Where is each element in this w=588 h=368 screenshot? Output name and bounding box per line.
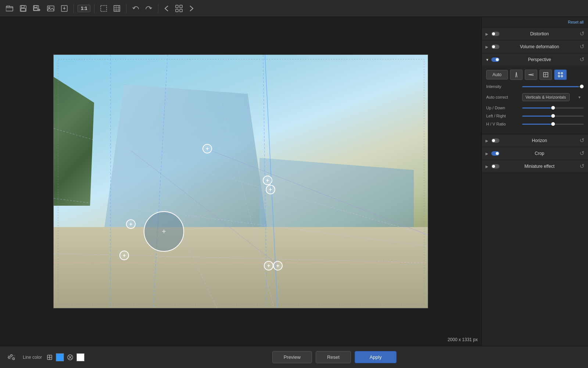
control-point-bottom-right2[interactable] xyxy=(273,261,283,270)
perspective-reset-btn[interactable]: ↺ xyxy=(580,57,584,63)
section-volume: ▶ Volume deformation ↺ xyxy=(482,40,588,53)
undo-btn[interactable] xyxy=(130,4,141,13)
svg-point-41 xyxy=(11,354,12,356)
intensity-slider[interactable] xyxy=(522,86,584,87)
left-right-label: Left / Right xyxy=(486,114,519,118)
save-as-btn[interactable] xyxy=(31,4,43,13)
color-swatch-blue[interactable] xyxy=(56,353,64,361)
open-folder-btn[interactable] xyxy=(4,4,15,13)
autocorrect-row: Auto correct Verticals & Horizontals Non… xyxy=(486,93,584,101)
hv-ratio-slider[interactable] xyxy=(522,124,584,125)
up-down-slider[interactable] xyxy=(522,107,584,109)
up-down-row: Up / Down xyxy=(486,106,584,110)
save-btn[interactable] xyxy=(18,4,29,13)
distortion-toggle-icon: ▶ xyxy=(485,32,489,36)
control-point-left-lower[interactable] xyxy=(119,251,129,260)
volume-toggle-icon: ▶ xyxy=(485,45,489,49)
hv-ratio-row: H / V Ratio xyxy=(486,122,584,126)
redo-btn[interactable] xyxy=(143,4,154,13)
image-btn[interactable] xyxy=(45,4,57,13)
left-right-thumb[interactable] xyxy=(551,114,555,118)
section-perspective: ▼ Perspective ↺ Auto xyxy=(482,53,588,134)
volume-title: Volume deformation xyxy=(502,44,577,49)
autocorrect-select-wrapper[interactable]: Verticals & Horizontals None Verticals H… xyxy=(522,93,584,101)
section-perspective-header[interactable]: ▼ Perspective ↺ xyxy=(482,53,588,66)
modules-btn[interactable] xyxy=(173,3,185,14)
section-crop: ▶ Crop ↺ xyxy=(482,147,588,160)
mode-freeform-btn[interactable] xyxy=(554,70,567,80)
mode-verticals-btn[interactable] xyxy=(510,70,523,80)
control-point-top-center[interactable] xyxy=(202,144,212,153)
miniature-reset-btn[interactable]: ↺ xyxy=(580,163,584,169)
export-btn[interactable] xyxy=(59,4,70,13)
adjust-icon[interactable] xyxy=(7,353,15,361)
svg-rect-3 xyxy=(21,8,25,11)
mode-horizontals-btn[interactable] xyxy=(525,70,537,80)
perspective-content: Auto xyxy=(482,66,588,134)
hv-ratio-thumb[interactable] xyxy=(551,122,555,126)
distortion-reset-btn[interactable]: ↺ xyxy=(580,31,584,37)
section-distortion-header[interactable]: ▶ Distortion ↺ xyxy=(482,28,588,40)
crop-reset-btn[interactable]: ↺ xyxy=(580,151,584,156)
control-point-mid-right[interactable] xyxy=(263,176,272,185)
left-right-slider[interactable] xyxy=(522,116,584,117)
left-right-row: Left / Right xyxy=(486,114,584,118)
right-panel: Reset all ▶ Distortion ↺ ▶ Volume deform… xyxy=(481,17,588,346)
forward-btn[interactable] xyxy=(187,4,196,13)
intensity-fill xyxy=(522,86,579,87)
section-horizon: ▶ Horizon ↺ xyxy=(482,134,588,147)
reset-btn[interactable]: Reset xyxy=(316,351,351,363)
preview-btn[interactable]: Preview xyxy=(272,351,312,363)
section-crop-header[interactable]: ▶ Crop ↺ xyxy=(482,147,588,160)
section-distortion: ▶ Distortion ↺ xyxy=(482,28,588,40)
svg-point-39 xyxy=(561,75,563,77)
crop-visibility-toggle[interactable] xyxy=(491,151,499,156)
section-miniature: ▶ Miniature effect ↺ xyxy=(482,160,588,173)
magnifier-crosshair xyxy=(162,227,166,236)
svg-point-36 xyxy=(558,72,560,74)
transform-btn[interactable] xyxy=(98,4,109,13)
left-tools xyxy=(7,353,15,361)
miniature-title: Miniature effect xyxy=(502,164,577,169)
svg-line-32 xyxy=(528,75,534,75)
auto-mode-btn[interactable]: Auto xyxy=(486,70,508,79)
bottom-bar: Line color Preview Reset Apply xyxy=(0,346,588,368)
control-point-bottom-right[interactable] xyxy=(264,261,273,270)
bottom-center-buttons: Preview Reset Apply xyxy=(272,351,397,363)
up-down-thumb[interactable] xyxy=(551,106,555,110)
color-swatch-white[interactable] xyxy=(76,353,85,361)
svg-line-35 xyxy=(544,74,548,75)
distortion-visibility-toggle[interactable] xyxy=(491,32,499,36)
horizon-visibility-toggle[interactable] xyxy=(491,138,499,143)
mode-buttons-row: Auto xyxy=(486,70,584,80)
control-point-mid-right2[interactable] xyxy=(266,185,275,194)
autocorrect-select[interactable]: Verticals & Horizontals None Verticals H… xyxy=(522,93,570,101)
perspective-title: Perspective xyxy=(502,57,577,62)
crop-title: Crop xyxy=(502,151,577,156)
divider2 xyxy=(94,4,94,13)
reset-all-btn[interactable]: Reset all xyxy=(568,20,584,24)
section-horizon-header[interactable]: ▶ Horizon ↺ xyxy=(482,134,588,147)
section-miniature-header[interactable]: ▶ Miniature effect ↺ xyxy=(482,160,588,173)
canvas-area[interactable]: 2000 x 1331 px xyxy=(0,17,481,346)
divider3 xyxy=(126,4,126,13)
crop-toggle-icon: ▶ xyxy=(485,152,489,156)
perspective-visibility-toggle[interactable] xyxy=(491,57,499,62)
back-btn[interactable] xyxy=(162,4,171,13)
up-down-label: Up / Down xyxy=(486,106,519,110)
zoom-label[interactable]: 1:1 xyxy=(78,5,90,12)
grid-btn[interactable] xyxy=(111,4,122,13)
miniature-visibility-toggle[interactable] xyxy=(491,164,499,169)
apply-btn[interactable]: Apply xyxy=(355,351,397,363)
section-volume-header[interactable]: ▶ Volume deformation ↺ xyxy=(482,40,588,53)
volume-visibility-toggle[interactable] xyxy=(491,45,499,49)
mode-vh-btn[interactable] xyxy=(539,70,552,80)
image-container xyxy=(53,54,428,308)
intensity-label: Intensity xyxy=(486,84,519,89)
volume-reset-btn[interactable]: ↺ xyxy=(580,44,584,50)
horizon-reset-btn[interactable]: ↺ xyxy=(580,138,584,144)
intensity-thumb[interactable] xyxy=(580,85,584,88)
hv-ratio-fill xyxy=(522,124,553,125)
control-point-left-mid[interactable] xyxy=(126,219,136,229)
line-color-group: Line color xyxy=(23,353,85,361)
